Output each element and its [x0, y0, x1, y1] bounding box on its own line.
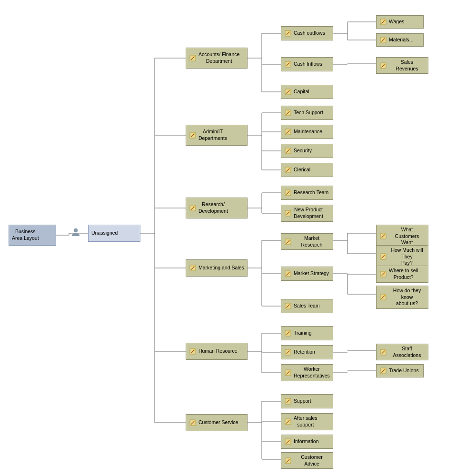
node-box[interactable]: BusinessArea Layout — [9, 225, 56, 246]
node-label: Staff Associations — [389, 346, 425, 358]
node-box[interactable]: WorkerRepresentatives — [281, 364, 333, 381]
node-label: After salessupport — [294, 415, 317, 428]
tree-node: How do they knowabout us? — [376, 286, 428, 309]
node-box[interactable]: What CustomersWant — [376, 225, 428, 248]
node-label: What CustomersWant — [389, 227, 425, 246]
node-box[interactable]: Research Team — [281, 186, 333, 200]
pencil-icon — [284, 88, 292, 96]
node-box[interactable]: How do they knowabout us? — [376, 286, 428, 309]
node-label: Human Resource — [198, 348, 238, 355]
node-box[interactable]: Tech Support — [281, 106, 333, 120]
pencil-icon — [284, 147, 292, 155]
node-label: Customer Service — [198, 419, 238, 426]
node-label: Materials... — [389, 37, 413, 43]
node-box[interactable]: Clerical — [281, 163, 333, 177]
pencil-icon — [189, 347, 197, 355]
pencil-icon — [284, 128, 292, 136]
node-box[interactable]: Customer Advice — [281, 452, 333, 469]
node-box[interactable]: Market Research — [281, 233, 333, 250]
node-box[interactable]: Sales Revenues — [376, 57, 428, 74]
node-box[interactable]: Sales Team — [281, 299, 333, 313]
tree-node: Cash Inflows — [281, 57, 333, 71]
node-label: Market Strategy — [294, 270, 329, 277]
node-label: Retention — [294, 349, 315, 356]
tree-node: New ProductDevelopment — [281, 205, 333, 222]
tree-node: Materials... — [376, 33, 424, 47]
node-box[interactable]: Wages — [376, 15, 424, 29]
node-box[interactable]: Trade Unions — [376, 364, 424, 377]
node-box[interactable]: Research/Development — [186, 198, 248, 218]
tree-node: Sales Revenues — [376, 57, 428, 74]
node-box[interactable]: Information — [281, 435, 333, 449]
node-box[interactable]: Support — [281, 394, 333, 408]
node-box[interactable]: New ProductDevelopment — [281, 205, 333, 222]
tree-node: Customer Service — [186, 414, 248, 431]
pencil-icon — [284, 418, 292, 426]
pencil-icon — [284, 30, 292, 37]
tree-node: Unassigned — [88, 225, 140, 242]
tree-node: BusinessArea Layout — [9, 225, 56, 246]
pencil-icon — [379, 367, 387, 375]
node-label: Unassigned — [91, 230, 118, 237]
node-box[interactable]: How Much will TheyPay? — [376, 245, 428, 268]
node-box[interactable]: After salessupport — [281, 413, 333, 430]
pencil-icon — [284, 189, 292, 197]
node-box[interactable]: Cash Inflows — [281, 57, 333, 71]
node-box[interactable]: Customer Service — [186, 414, 248, 431]
node-box[interactable]: Training — [281, 326, 333, 340]
node-box[interactable]: Staff Associations — [376, 344, 428, 360]
node-box[interactable]: Cash outflows — [281, 26, 333, 40]
node-box[interactable]: Accounts/ FinanceDepartment — [186, 48, 248, 69]
node-box[interactable]: Maintenance — [281, 125, 333, 139]
tree-node: Cash outflows — [281, 26, 333, 40]
node-box[interactable]: Where to sellProduct? — [376, 266, 428, 283]
pencil-icon — [189, 54, 197, 62]
node-label: Cash outflows — [294, 30, 325, 37]
pencil-icon — [189, 204, 197, 212]
node-box[interactable]: Human Resource — [186, 343, 248, 360]
node-label: Research Team — [294, 189, 328, 196]
node-box[interactable]: Materials... — [376, 33, 424, 47]
node-label: WorkerRepresentatives — [294, 366, 330, 379]
pencil-icon — [284, 348, 292, 356]
pencil-icon — [379, 253, 387, 260]
pencil-icon — [379, 232, 387, 240]
pencil-icon — [284, 397, 292, 405]
node-box[interactable]: Admin/ITDepartments — [186, 125, 248, 146]
tree-node: Where to sellProduct? — [376, 266, 428, 283]
node-label: Research/Development — [198, 201, 228, 214]
tree-node: Admin/ITDepartments — [186, 125, 248, 146]
tree-node: What CustomersWant — [376, 225, 428, 248]
pencil-icon — [379, 18, 387, 26]
tree-node: Sales Team — [281, 299, 333, 313]
tree-node: Customer Advice — [281, 452, 333, 469]
node-label: Accounts/ FinanceDepartment — [198, 51, 239, 64]
tree-node: Capital — [281, 85, 333, 99]
node-box[interactable]: Marketing and Sales — [186, 259, 248, 277]
tree-node: Support — [281, 394, 333, 408]
node-label: Capital — [294, 89, 309, 95]
pencil-icon — [284, 438, 292, 446]
pencil-icon — [284, 369, 292, 377]
unassigned-person-node — [69, 226, 82, 239]
node-box[interactable]: Unassigned — [88, 225, 140, 242]
node-label: Information — [294, 438, 319, 445]
tree-node: Accounts/ FinanceDepartment — [186, 48, 248, 69]
node-box[interactable]: Retention — [281, 345, 333, 359]
pencil-icon — [284, 60, 292, 68]
node-label: Cash Inflows — [294, 61, 322, 68]
node-label: How Much will TheyPay? — [389, 247, 425, 267]
pencil-icon — [284, 209, 292, 217]
tree-node: Training — [281, 326, 333, 340]
pencil-icon — [284, 270, 292, 278]
tree-node: Market Research — [281, 233, 333, 250]
node-label: Admin/ITDepartments — [198, 129, 227, 141]
pencil-icon — [189, 264, 197, 272]
node-label: Sales Team — [294, 303, 320, 309]
node-box[interactable]: Market Strategy — [281, 267, 333, 281]
node-box[interactable]: Security — [281, 144, 333, 158]
tree-node: Human Resource — [186, 343, 248, 360]
pencil-icon — [284, 166, 292, 174]
node-box[interactable]: Capital — [281, 85, 333, 99]
node-label: Maintenance — [294, 129, 322, 135]
